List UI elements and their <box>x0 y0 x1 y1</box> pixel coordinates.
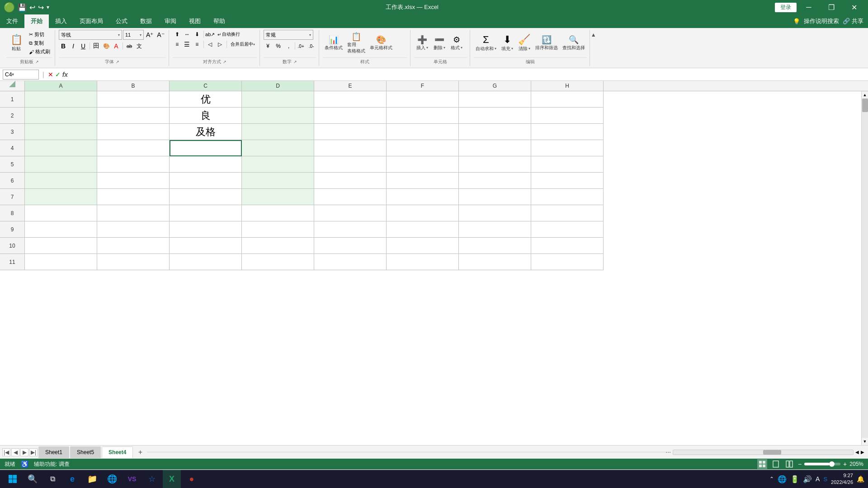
find-select-button[interactable]: 🔍 查找和选择 <box>561 35 587 52</box>
col-header-d[interactable]: D <box>242 81 314 91</box>
cell-d8[interactable] <box>242 205 314 221</box>
tray-icon-volume[interactable]: 🔊 <box>803 475 812 483</box>
hscroll-options-icon[interactable]: ⋯ <box>665 449 671 455</box>
tab-formula[interactable]: 公式 <box>109 14 134 28</box>
sheet-tab-sheet1[interactable]: Sheet1 <box>38 446 69 458</box>
scroll-down-button[interactable]: ▼ <box>862 438 868 445</box>
sort-filter-button[interactable]: 🔃 排序和筛选 <box>533 35 560 52</box>
cell-c9[interactable] <box>170 221 242 238</box>
strikethrough-button[interactable]: ab <box>125 42 134 51</box>
format-painter-button[interactable]: 🖌 格式刷 <box>27 48 52 56</box>
col-header-a[interactable]: A <box>25 81 97 91</box>
start-button[interactable] <box>4 470 22 488</box>
sum-button[interactable]: Σ 自动求和 ▾ <box>474 34 498 53</box>
hscroll-left-btn[interactable]: ◀ <box>855 450 859 455</box>
cell-f6[interactable] <box>387 173 459 189</box>
delete-button[interactable]: ➖ 删除 ▾ <box>431 35 448 52</box>
hscroll-right-btn[interactable]: ▶ <box>861 450 864 455</box>
minimize-button[interactable]: ─ <box>798 0 819 14</box>
zoom-in-icon[interactable]: + <box>843 460 847 468</box>
clear-button[interactable]: 🧹 清除 ▾ <box>516 34 533 53</box>
tab-view[interactable]: 视图 <box>183 14 207 28</box>
sheet-tab-sheet4[interactable]: Sheet4 <box>102 446 133 458</box>
cell-e3[interactable] <box>314 124 387 140</box>
tab-insert[interactable]: 插入 <box>49 14 73 28</box>
cell-d2[interactable] <box>242 108 314 124</box>
excel-taskbar-button[interactable]: X <box>163 470 181 488</box>
redo-icon[interactable]: ↪ <box>38 3 44 12</box>
cell-e8[interactable] <box>314 205 387 221</box>
cell-a11[interactable] <box>25 254 97 270</box>
align-bottom-button[interactable]: ⬇ <box>193 30 202 39</box>
cell-b4[interactable] <box>97 140 170 156</box>
tab-data[interactable]: 数据 <box>134 14 158 28</box>
row-header-2[interactable]: 2 <box>0 108 25 124</box>
cell-d9[interactable] <box>242 221 314 238</box>
copy-button[interactable]: ⧉ 复制 <box>27 39 52 47</box>
cell-d10[interactable] <box>242 238 314 254</box>
conditional-format-button[interactable]: 📊 条件格式 <box>323 35 344 52</box>
cell-b8[interactable] <box>97 205 170 221</box>
cell-e9[interactable] <box>314 221 387 238</box>
tab-file[interactable]: 文件 <box>0 14 24 28</box>
cell-f11[interactable] <box>387 254 459 270</box>
cell-e2[interactable] <box>314 108 387 124</box>
cell-h7[interactable] <box>531 189 604 205</box>
cell-c1[interactable]: 优 <box>170 91 242 108</box>
tray-icon-keyboard[interactable]: A <box>816 475 820 483</box>
cell-h3[interactable] <box>531 124 604 140</box>
cell-reference-box[interactable]: C4 ▾ <box>3 70 39 80</box>
cell-a2[interactable] <box>25 108 97 124</box>
number-format-selector[interactable]: 常规 ▾ <box>264 30 313 40</box>
cell-d3[interactable] <box>242 124 314 140</box>
font-expand-icon[interactable]: ↗ <box>116 60 119 64</box>
cell-g11[interactable] <box>459 254 531 270</box>
tab-home[interactable]: 开始 <box>24 14 49 28</box>
login-button[interactable]: 登录 <box>775 3 797 12</box>
font-size-selector[interactable]: 11 ▾ <box>123 30 144 40</box>
cell-a1[interactable] <box>25 91 97 108</box>
cell-b5[interactable] <box>97 156 170 173</box>
number-expand-icon[interactable]: ↗ <box>293 60 297 64</box>
decrease-decimal-button[interactable]: .0- <box>307 42 316 51</box>
formula-confirm-icon[interactable]: ✓ <box>55 71 61 78</box>
corner-cell[interactable] <box>0 81 25 91</box>
cell-a9[interactable] <box>25 221 97 238</box>
col-header-h[interactable]: H <box>531 81 604 91</box>
cell-d7[interactable] <box>242 189 314 205</box>
formula-input[interactable] <box>70 70 865 80</box>
cell-g7[interactable] <box>459 189 531 205</box>
cell-f4[interactable] <box>387 140 459 156</box>
cell-styles-button[interactable]: 🎨 单元格样式 <box>368 35 394 52</box>
cell-b7[interactable] <box>97 189 170 205</box>
paste-button[interactable]: 📋 粘贴 <box>6 34 26 53</box>
percent-button[interactable]: % <box>274 42 283 51</box>
insert-button[interactable]: ➕ 插入 ▾ <box>414 35 430 52</box>
align-right-button[interactable]: ≡ <box>193 40 202 49</box>
cell-a8[interactable] <box>25 205 97 221</box>
cell-b2[interactable] <box>97 108 170 124</box>
cell-c5[interactable] <box>170 156 242 173</box>
cell-h6[interactable] <box>531 173 604 189</box>
add-sheet-button[interactable]: + <box>135 447 145 457</box>
cell-g2[interactable] <box>459 108 531 124</box>
cell-a7[interactable] <box>25 189 97 205</box>
sheet-nav-last[interactable]: ▶| <box>29 448 38 456</box>
cell-h10[interactable] <box>531 238 604 254</box>
zoom-slider[interactable] <box>804 463 840 465</box>
cell-c11[interactable] <box>170 254 242 270</box>
cell-a6[interactable] <box>25 173 97 189</box>
bold-button[interactable]: B <box>59 42 68 51</box>
cell-b1[interactable] <box>97 91 170 108</box>
align-left-button[interactable]: ≡ <box>173 40 182 49</box>
edge-button[interactable]: e <box>63 470 81 488</box>
restore-button[interactable]: ❐ <box>821 0 842 14</box>
lightbulb-icon[interactable]: 💡 <box>793 18 800 25</box>
tray-icon-sougou[interactable]: S <box>823 476 827 483</box>
page-break-view-button[interactable] <box>784 459 794 469</box>
underline-button[interactable]: U <box>79 42 88 51</box>
tab-help[interactable]: 帮助 <box>207 14 231 28</box>
cell-h5[interactable] <box>531 156 604 173</box>
cell-g3[interactable] <box>459 124 531 140</box>
col-header-b[interactable]: B <box>97 81 170 91</box>
